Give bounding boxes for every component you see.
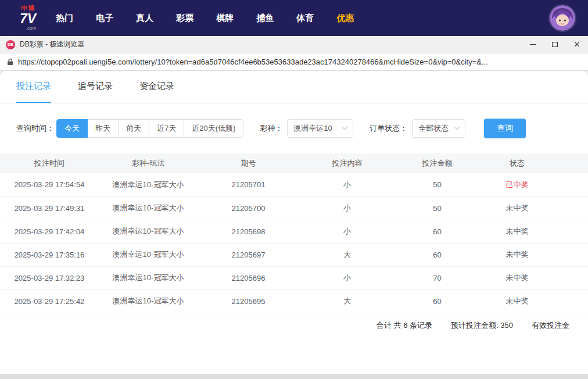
window-title: DB彩票 - 极速浏览器 xyxy=(20,40,84,49)
cell-issue: 21205700 xyxy=(198,196,299,220)
browser-urlbar[interactable]: https://ctopcp02pcali.uengi5e.com/lotter… xyxy=(0,53,588,71)
minimize-icon xyxy=(530,44,536,45)
cell-amount: 60 xyxy=(395,220,479,243)
cell-amount: 60 xyxy=(395,289,479,313)
time-range-group: 今天 昨天 前天 近7天 近20天(低频) xyxy=(56,119,243,138)
cell-content: 小 xyxy=(299,173,395,196)
tab-bet-records[interactable]: 投注记录 xyxy=(16,71,51,103)
main-nav: 热门 电子 真人 彩票 棋牌 捕鱼 体育 优惠 xyxy=(56,13,354,24)
cell-issue: 21205698 xyxy=(198,220,299,243)
nav-item-lottery[interactable]: 彩票 xyxy=(176,13,193,24)
nav-item-fishing[interactable]: 捕鱼 xyxy=(256,13,274,24)
time-btn-7days[interactable]: 近7天 xyxy=(149,119,184,138)
query-button[interactable]: 查询 xyxy=(484,119,526,138)
nav-item-live[interactable]: 真人 xyxy=(136,13,153,24)
tab-chase-records[interactable]: 追号记录 xyxy=(78,71,113,103)
query-time-label: 查询时间： xyxy=(16,123,54,134)
col-header-game: 彩种-玩法 xyxy=(99,153,198,173)
maximize-icon xyxy=(552,42,558,47)
chevron-down-icon xyxy=(454,124,460,130)
cell-content: 大 xyxy=(299,243,395,266)
lottery-type-value: 澳洲幸运10 xyxy=(293,123,332,134)
cell-amount: 70 xyxy=(395,266,479,289)
col-header-filler xyxy=(555,153,588,173)
minimize-button[interactable] xyxy=(522,36,544,53)
cell-game: 澳洲幸运10-冠军大小 xyxy=(99,266,198,289)
order-status-value: 全部状态 xyxy=(418,123,449,134)
lottery-record-panel: 投注记录 追号记录 资金记录 查询时间： 今天 昨天 前天 近7天 近20天(低… xyxy=(0,71,588,379)
cell-time: 2025-03-29 17:25:42 xyxy=(0,289,99,313)
cell-issue: 21205701 xyxy=(198,173,299,196)
horizontal-scrollbar[interactable] xyxy=(0,374,588,379)
cell-time: 2025-03-29 17:54:54 xyxy=(0,173,99,196)
cell-time: 2025-03-29 17:32:23 xyxy=(0,266,99,289)
col-header-amount: 投注金额 xyxy=(395,153,479,173)
cell-content: 小 xyxy=(299,220,395,243)
chevron-down-icon xyxy=(342,124,348,130)
maximize-button[interactable] xyxy=(544,36,566,53)
logo-main-text: 7V xyxy=(20,12,36,26)
col-header-content: 投注内容 xyxy=(299,153,395,173)
window-controls: ✕ xyxy=(522,36,588,53)
summary-valid: 有效投注金 xyxy=(532,320,569,331)
table-row: 2025-03-29 17:32:23 澳洲幸运10-冠军大小 21205696… xyxy=(0,266,588,289)
cell-game: 澳洲幸运10-冠军大小 xyxy=(99,243,198,266)
cell-status: 未中奖 xyxy=(479,289,555,313)
cell-issue: 21205695 xyxy=(198,289,299,313)
nav-item-cards[interactable]: 棋牌 xyxy=(216,13,234,24)
close-icon: ✕ xyxy=(574,41,580,48)
order-status-select[interactable]: 全部状态 xyxy=(412,119,465,138)
nav-item-promos[interactable]: 优惠 xyxy=(336,13,354,24)
cell-status: 已中奖 xyxy=(479,173,555,196)
table-row: 2025-03-29 17:42:04 澳洲幸运10-冠军大小 21205698… xyxy=(0,220,588,243)
nav-item-slots[interactable]: 电子 xyxy=(96,13,113,24)
table-row: 2025-03-29 17:49:31 澳洲幸运10-冠军大小 21205700… xyxy=(0,196,588,220)
summary-row: 合计 共 6 条记录 预计投注金额: 350 有效投注金 xyxy=(0,313,588,338)
cell-game: 澳洲幸运10-冠军大小 xyxy=(99,289,198,313)
time-btn-daybefore[interactable]: 前天 xyxy=(118,119,149,138)
cell-issue: 21205696 xyxy=(198,266,299,289)
lottery-type-label: 彩种： xyxy=(260,123,282,134)
cell-status: 未中奖 xyxy=(479,266,555,289)
filter-row: 查询时间： 今天 昨天 前天 近7天 近20天(低频) 彩种： 澳洲幸运10 订… xyxy=(16,119,588,138)
url-text[interactable]: https://ctopcp02pcali.uengi5e.com/lotter… xyxy=(18,58,488,66)
cell-status: 未中奖 xyxy=(479,196,555,220)
cell-time: 2025-03-29 17:35:16 xyxy=(0,243,99,266)
time-btn-20days[interactable]: 近20天(低频) xyxy=(184,119,243,138)
avatar-image xyxy=(550,5,575,31)
summary-expected: 预计投注金额: 350 xyxy=(451,320,513,331)
cell-time: 2025-03-29 17:42:04 xyxy=(0,220,99,243)
nav-item-hot[interactable]: 热门 xyxy=(56,13,73,24)
site-header: 申博 7V .com 热门 电子 真人 彩票 棋牌 捕鱼 体育 优惠 xyxy=(0,0,588,36)
cell-game: 澳洲幸运10-冠军大小 xyxy=(99,220,198,243)
tab-fund-records[interactable]: 资金记录 xyxy=(139,71,174,103)
table-row: 2025-03-29 17:35:16 澳洲幸运10-冠军大小 21205697… xyxy=(0,243,588,266)
cell-status: 未中奖 xyxy=(479,220,555,243)
order-status-label: 订单状态： xyxy=(370,123,407,134)
cell-amount: 50 xyxy=(395,173,479,196)
bet-records-table: 投注时间 彩种-玩法 期号 投注内容 投注金额 状态 2025-03-29 17… xyxy=(0,153,588,313)
cell-status: 未中奖 xyxy=(479,243,555,266)
time-btn-yesterday[interactable]: 昨天 xyxy=(87,119,119,138)
col-header-status: 状态 xyxy=(479,153,555,173)
site-logo[interactable]: 申博 7V .com xyxy=(20,5,36,31)
browser-favicon: DB xyxy=(6,40,15,49)
close-button[interactable]: ✕ xyxy=(566,36,588,53)
table-row: 2025-03-29 17:25:42 澳洲幸运10-冠军大小 21205695… xyxy=(0,289,588,313)
page-background: 投注记录 追号记录 资金记录 查询时间： 今天 昨天 前天 近7天 近20天(低… xyxy=(0,71,588,379)
logo-suffix-text: .com xyxy=(26,26,36,31)
cell-game: 澳洲幸运10-冠军大小 xyxy=(99,173,198,196)
lock-icon xyxy=(7,58,13,66)
summary-total: 合计 共 6 条记录 xyxy=(377,320,432,331)
record-tabs: 投注记录 追号记录 资金记录 xyxy=(0,71,588,103)
col-header-issue: 期号 xyxy=(198,153,299,173)
table-row: 2025-03-29 17:54:54 澳洲幸运10-冠军大小 21205701… xyxy=(0,173,588,196)
col-header-time: 投注时间 xyxy=(0,153,99,173)
cell-game: 澳洲幸运10-冠军大小 xyxy=(99,196,198,220)
lottery-type-select[interactable]: 澳洲幸运10 xyxy=(287,119,353,138)
cell-amount: 50 xyxy=(395,196,479,220)
nav-item-sports[interactable]: 体育 xyxy=(296,13,314,24)
time-btn-today[interactable]: 今天 xyxy=(56,119,88,138)
cell-content: 大 xyxy=(299,289,395,313)
user-avatar[interactable] xyxy=(550,5,575,31)
